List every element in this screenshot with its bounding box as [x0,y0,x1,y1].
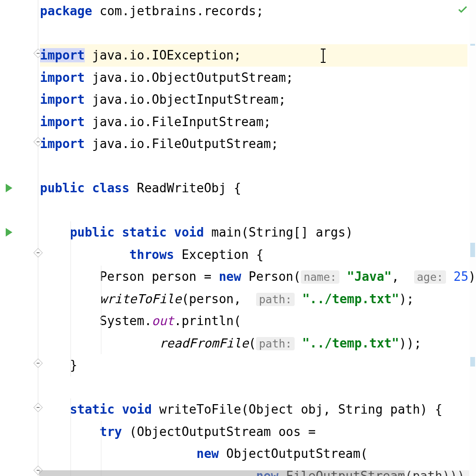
method-call: writeToFile [99,292,181,306]
code-line[interactable]: readFromFile(path: "../temp.txt")); [40,332,467,355]
scroll-marker [470,357,475,367]
code-line[interactable]: writeToFile(person, path: "../temp.txt")… [40,288,467,310]
code-line[interactable]: } [40,354,467,377]
string-literal: "../temp.txt" [302,292,399,306]
run-gutter-icon[interactable] [6,228,12,237]
code-line[interactable]: import java.io.ObjectOutputStream; [40,67,467,89]
code-line[interactable]: package com.jetbrains.records; [40,0,467,22]
code-line[interactable]: Person person = new Person(name: "Java",… [40,266,467,288]
scrollbar-horizontal[interactable] [39,470,469,476]
code-line[interactable]: new ObjectOutputStream( [40,443,467,465]
package-name: com.jetbrains.records [99,4,256,18]
editor-gutter[interactable] [0,0,39,476]
code-line-current[interactable]: import java.io.IOException; [40,44,467,67]
keyword-import: import [40,48,85,62]
code-line[interactable] [40,22,467,45]
method-main: main(String[] args) [211,225,353,239]
string-literal: "../temp.txt" [302,336,399,350]
parameter-hint: name: [301,270,339,284]
string-literal: "Java" [347,269,392,284]
code-line[interactable]: static void writeToFile(Object obj, Stri… [40,398,467,421]
keyword-package: package [40,4,92,18]
code-line[interactable]: import java.io.ObjectInputStream; [40,89,467,111]
code-line[interactable]: import java.io.FileOutputStream; [40,133,467,155]
scroll-marker [470,243,475,257]
method-decl: writeToFile(Object obj, String path) { [159,402,442,416]
code-line[interactable] [40,155,467,178]
scrollbar-vertical[interactable] [469,0,476,476]
class-name: ReadWriteObj [137,181,227,195]
scrollbar-thumb[interactable] [39,470,405,476]
code-line[interactable]: public class ReadWriteObj { [40,177,467,199]
code-content[interactable]: package com.jetbrains.records; import ja… [40,0,467,476]
number-literal: 25 [454,269,468,284]
field-ref: out [152,314,174,328]
code-line[interactable]: try (ObjectOutputStream oos = [40,421,467,443]
code-line[interactable]: System.out.println( [40,310,467,332]
parameter-hint: path: [256,337,295,350]
import-target: java.io.IOException [92,48,234,62]
method-call: readFromFile [159,336,248,350]
parameter-hint: path: [256,293,295,306]
code-line[interactable] [40,199,467,222]
code-editor[interactable]: package com.jetbrains.records; import ja… [0,0,476,476]
code-line[interactable] [40,377,467,399]
text-caret [323,49,324,63]
code-line[interactable]: throws Exception { [40,244,467,266]
code-line[interactable]: public static void main(String[] args) [40,221,467,244]
scroll-marker [470,44,475,46]
run-gutter-icon[interactable] [6,184,12,192]
code-line[interactable]: import java.io.FileInputStream; [40,111,467,133]
parameter-hint: age: [414,270,446,284]
